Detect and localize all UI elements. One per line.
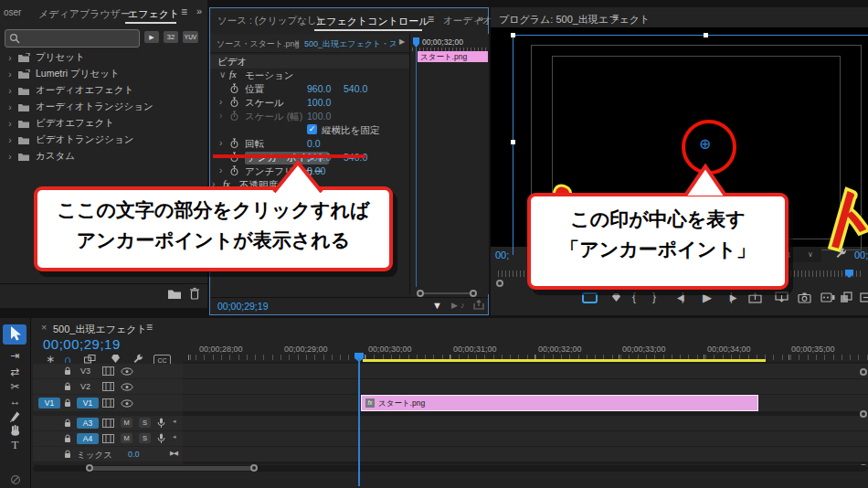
motion-effect-row[interactable]: ∨ fx モーション [210,69,409,82]
selection-handle-topcenter[interactable] [704,33,708,37]
stopwatch-icon[interactable] [229,83,239,94]
close-tab-icon[interactable]: × [41,323,47,333]
panel-menu-icon[interactable]: ≡ [181,6,187,17]
comparison-view-button[interactable] [840,292,852,303]
checkbox-label[interactable]: 縦横比を固定 [322,124,379,137]
ripple-edit-tool[interactable]: ⇄ [4,364,26,379]
sync-lock-icon[interactable] [102,419,114,428]
panel-menu-icon[interactable]: ≡ [612,12,619,23]
track-target-v1[interactable]: V1 [77,398,99,408]
extract-button[interactable] [775,292,789,303]
trash-icon[interactable] [189,287,200,300]
value-y[interactable]: 540.0 [344,83,367,94]
checkbox-checked-icon[interactable]: ✓ [307,124,317,134]
chevron-right-icon[interactable]: › [5,86,16,96]
track-label[interactable]: V2 [80,382,90,391]
scrollbar-thumb[interactable] [90,466,254,471]
filter-properties-icon[interactable]: ▼ [432,300,442,311]
value[interactable]: 100.0 [307,97,331,108]
step-forward-button[interactable]: ▕▶ [725,293,735,302]
track-target-a4[interactable]: A4 [77,433,99,444]
selection-tool[interactable] [4,326,26,342]
track-lane-a4[interactable] [183,431,868,446]
mini-scrollbar-handle-left[interactable] [417,290,424,297]
effects-bin-audio-transitions[interactable]: › オーディオトランジション [0,99,205,115]
effect-controls-timeline[interactable]: 00;00;32;00 スタート.png [409,34,489,294]
mini-clip[interactable]: スタート.png [418,51,488,62]
mic-icon[interactable] [157,433,165,444]
solo-button[interactable]: S [139,433,151,443]
timeline-timecode[interactable]: 00;00;29;19 [43,336,121,352]
eye-icon[interactable] [121,367,133,376]
eye-icon[interactable] [121,383,133,391]
lock-icon[interactable] [64,382,71,391]
chevron-down-icon[interactable]: ∨ [294,38,300,47]
stopwatch-icon[interactable] [229,165,239,176]
position-row[interactable]: 位置 960.0 540.0 [210,82,409,96]
chevron-down-icon[interactable]: ∨ [219,69,226,80]
track-label[interactable]: V3 [80,366,90,376]
effects-bin-lumetri-presets[interactable]: › Lumetri プリセット [0,66,205,82]
chevron-right-icon[interactable]: › [5,102,16,112]
add-marker-icon[interactable] [111,355,120,363]
export-settings-button[interactable] [820,292,835,302]
property-label[interactable]: 位置 [245,83,264,96]
pan-icon[interactable]: ◂ [173,418,176,425]
chevron-right-icon[interactable]: › [5,135,16,145]
sync-lock-icon[interactable] [102,434,114,443]
mute-button[interactable]: M [121,418,132,428]
track-height-handle[interactable] [860,410,867,418]
mark-in-button[interactable]: { [632,292,636,302]
effects-bin-presets[interactable]: › プリセット [0,49,205,66]
track-lane-mix[interactable] [183,447,868,461]
bottom-tool-icon[interactable] [4,472,26,487]
uniform-scale-row[interactable]: ✓ 縦横比を固定 [210,123,409,137]
stopwatch-icon[interactable] [229,138,239,149]
button-editor-partial-icon[interactable] [860,292,868,303]
mic-icon[interactable] [157,418,165,429]
master-clip-label[interactable]: ソース・スタート.png [217,38,300,50]
razor-tool[interactable]: ✂ [4,378,26,394]
effects-search-box[interactable] [5,29,140,48]
video-section-header[interactable]: ビデオ [210,55,409,69]
track-lane-a3[interactable] [183,416,868,430]
effects-search-input[interactable] [24,31,137,46]
track-select-forward-tool[interactable]: ⇥ [4,347,26,363]
zoom-handle-left[interactable] [86,464,93,472]
rotation-row[interactable]: › 回転 0.0 [210,137,409,151]
chevron-right-icon[interactable]: › [219,138,222,148]
chevron-right-icon[interactable]: › [219,165,222,175]
pen-tool[interactable] [4,408,26,423]
tab-media-browser[interactable]: メディアブラウザー [38,7,131,21]
track-lane-v2[interactable] [183,379,868,394]
chevron-right-icon[interactable]: › [5,119,16,129]
scale-row[interactable]: › スケール 100.0 [210,96,409,110]
mix-volume-value[interactable]: 0.0 [128,450,140,459]
source-patch-v1[interactable]: V1 [38,398,60,408]
yuv-effects-badge[interactable]: YUV [183,31,198,43]
effects-bin-audio-effects[interactable]: › オーディオエフェクト [0,82,205,99]
chevron-right-icon[interactable]: › [5,152,16,162]
show-timeline-icon[interactable]: ▶ [399,37,405,46]
zoom-scroll-handle[interactable] [496,280,503,287]
step-back-button[interactable]: ◀▏ [677,293,687,302]
property-label[interactable]: 回転 [245,138,264,151]
32bit-effects-badge[interactable]: 32 [164,31,178,43]
mini-scrollbar-handle-right[interactable] [470,290,477,297]
lock-icon[interactable] [64,398,71,408]
selection-handle-topleft[interactable] [511,33,515,37]
track-height-handle[interactable] [860,368,867,376]
tab-source-monitor[interactable]: ソース : (クリップなし) [217,15,320,27]
property-label[interactable]: スケール [245,97,284,110]
pan-icon[interactable]: ◂ [173,433,176,440]
play-audio-icon[interactable]: ▶ [451,301,458,310]
effects-bin-video-transitions[interactable]: › ビデオトランジション [0,132,205,148]
zoom-handle-right[interactable] [250,464,258,472]
lock-icon[interactable] [64,366,71,376]
value[interactable]: 0.0 [307,138,321,149]
value-x[interactable]: 960.0 [307,83,331,94]
eye-icon[interactable] [121,399,133,408]
tab-partial[interactable]: oser [4,7,21,17]
panel-menu-icon[interactable]: ≡ [146,322,153,333]
timeline-playhead-line[interactable] [358,358,360,486]
